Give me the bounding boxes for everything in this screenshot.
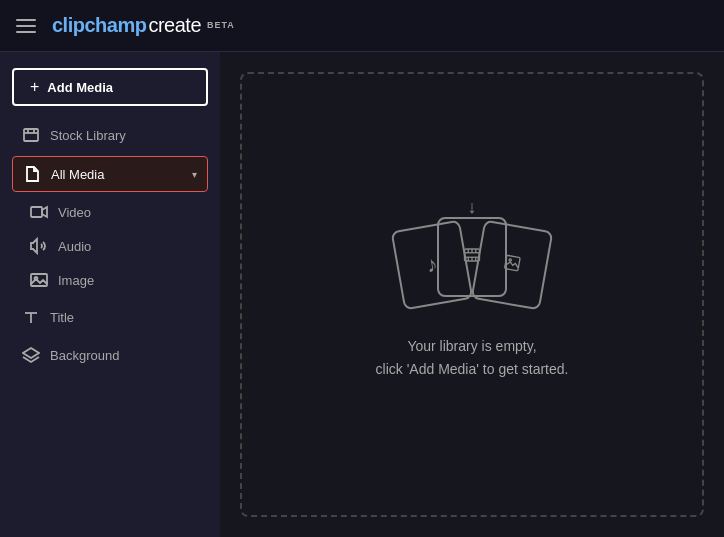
sidebar-item-label: All Media (51, 167, 104, 182)
file-icon (23, 165, 41, 183)
image-icon (30, 271, 48, 289)
empty-library-text: Your library is empty, click 'Add Media'… (376, 335, 569, 380)
layers-icon (22, 346, 40, 364)
sidebar-item-video[interactable]: Video (20, 196, 208, 228)
plus-icon: + (30, 78, 39, 96)
sidebar-item-all-media[interactable]: All Media ▾ (12, 156, 208, 192)
sidebar-item-background[interactable]: Background (12, 338, 208, 372)
add-media-label: Add Media (47, 80, 113, 95)
chevron-down-icon: ▾ (192, 169, 197, 180)
stock-icon (22, 126, 40, 144)
logo: clipchamp create BETA (52, 14, 235, 37)
add-media-button[interactable]: + Add Media (12, 68, 208, 106)
sidebar-item-label: Audio (58, 239, 91, 254)
empty-line1: Your library is empty, (376, 335, 569, 357)
content-area: ↓ ♪ (220, 52, 724, 537)
svg-point-21 (509, 259, 512, 262)
empty-line2: click 'Add Media' to get started. (376, 358, 569, 380)
empty-illustration: ↓ ♪ (397, 209, 547, 319)
topbar: clipchamp create BETA (0, 0, 724, 52)
svg-marker-10 (23, 348, 39, 358)
sidebar-item-label: Stock Library (50, 128, 126, 143)
logo-clipchamp: clipchamp (52, 14, 146, 37)
sidebar-item-label: Background (50, 348, 119, 363)
svg-rect-0 (24, 129, 38, 141)
main-layout: + Add Media Stock Library (0, 52, 724, 537)
hamburger-menu[interactable] (16, 19, 36, 33)
sidebar-item-label: Title (50, 310, 74, 325)
sidebar-item-label: Image (58, 273, 94, 288)
logo-create: create (148, 14, 201, 37)
svg-rect-6 (31, 274, 47, 286)
card-film (437, 217, 507, 297)
logo-beta: BETA (207, 20, 235, 30)
sidebar-item-stock-library[interactable]: Stock Library (12, 118, 208, 152)
sidebar-item-audio[interactable]: Audio (20, 230, 208, 262)
sidebar-item-label: Video (58, 205, 91, 220)
audio-icon (30, 237, 48, 255)
sidebar-item-title[interactable]: Title (12, 300, 208, 334)
video-icon (30, 203, 48, 221)
sidebar-item-image[interactable]: Image (20, 264, 208, 296)
down-arrow-icon: ↓ (468, 197, 477, 218)
sub-items: Video Audio (20, 196, 208, 296)
sidebar: + Add Media Stock Library (0, 52, 220, 537)
title-icon (22, 308, 40, 326)
svg-rect-4 (31, 207, 42, 217)
library-empty-box: ↓ ♪ (240, 72, 704, 517)
